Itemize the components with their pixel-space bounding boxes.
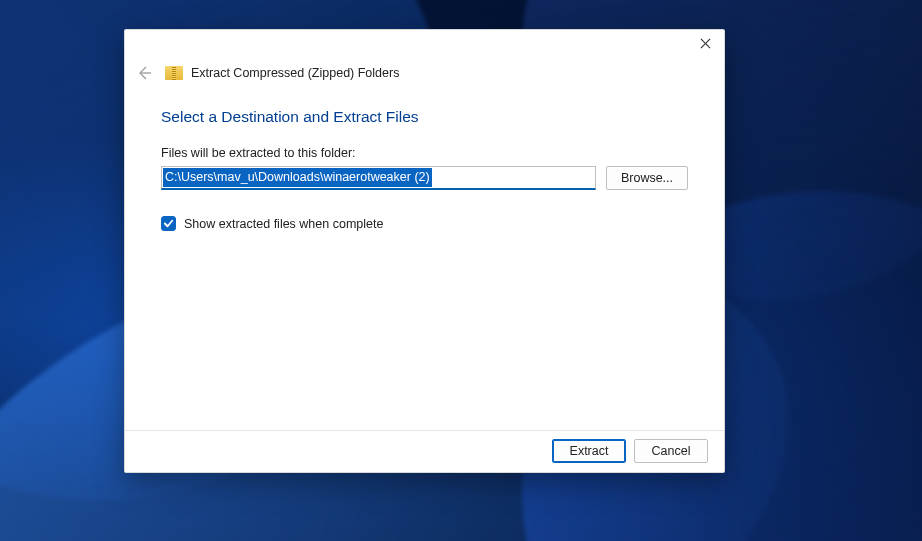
close-icon: [700, 38, 711, 49]
cancel-button[interactable]: Cancel: [634, 439, 708, 463]
checkmark-icon: [163, 218, 174, 229]
arrow-left-icon: [136, 65, 152, 81]
browse-button[interactable]: Browse...: [606, 166, 688, 190]
extract-button[interactable]: Extract: [552, 439, 626, 463]
path-row: C:\Users\mav_u\Downloads\winaerotweaker …: [161, 166, 688, 190]
show-extracted-label: Show extracted files when complete: [184, 217, 383, 231]
dialog-footer: Extract Cancel: [125, 430, 724, 472]
extract-dialog: Extract Compressed (Zipped) Folders Sele…: [124, 29, 725, 473]
path-label: Files will be extracted to this folder:: [161, 146, 688, 160]
back-button[interactable]: [133, 62, 155, 84]
dialog-content: Select a Destination and Extract Files F…: [125, 84, 724, 430]
dialog-title: Extract Compressed (Zipped) Folders: [191, 66, 399, 80]
page-heading: Select a Destination and Extract Files: [161, 108, 688, 126]
path-input-wrap: C:\Users\mav_u\Downloads\winaerotweaker …: [161, 166, 596, 190]
show-extracted-row: Show extracted files when complete: [161, 216, 688, 231]
show-extracted-checkbox[interactable]: [161, 216, 176, 231]
zip-folder-icon: [165, 66, 183, 80]
close-button[interactable]: [690, 32, 720, 54]
destination-path-input[interactable]: [161, 166, 596, 190]
dialog-header: Extract Compressed (Zipped) Folders: [125, 30, 724, 84]
